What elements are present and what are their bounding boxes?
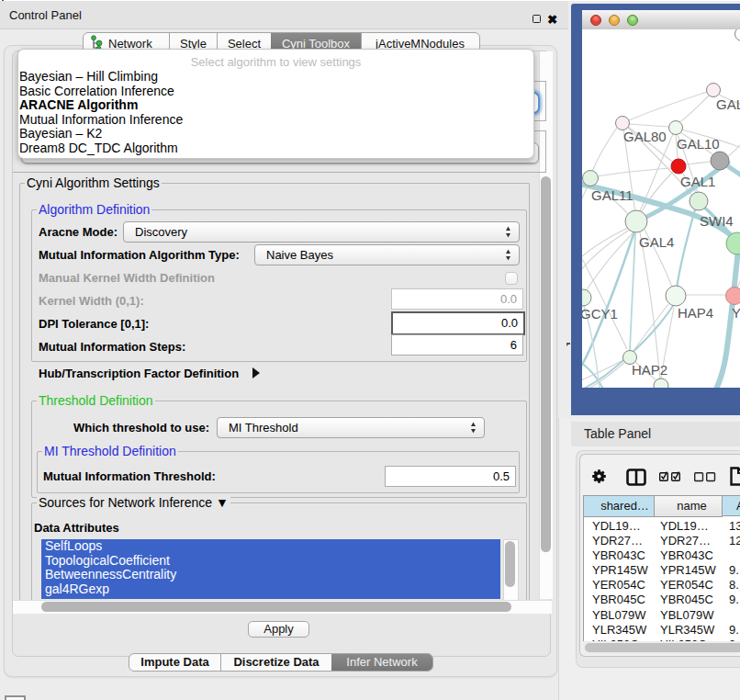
svg-text:GAL2: GAL2	[716, 96, 740, 112]
svg-text:SWI4: SWI4	[700, 213, 734, 229]
svg-text:GCY1: GCY1	[582, 306, 618, 322]
svg-text:GAL4: GAL4	[639, 234, 674, 250]
svg-text:GAL10: GAL10	[677, 136, 720, 152]
svg-text:GAL1: GAL1	[680, 174, 715, 189]
svg-text:HAP2: HAP2	[632, 362, 667, 378]
svg-text:GAL11: GAL11	[591, 187, 633, 203]
svg-text:Y: Y	[732, 305, 740, 321]
svg-text:HAP4: HAP4	[678, 305, 713, 321]
svg-text:GAL80: GAL80	[623, 129, 667, 144]
